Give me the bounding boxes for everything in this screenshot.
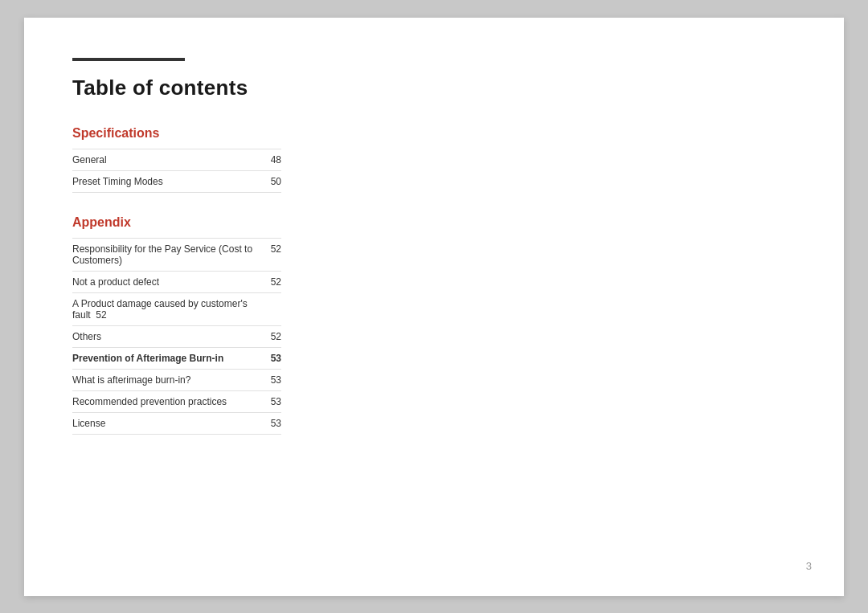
page-title: Table of contents	[72, 76, 796, 100]
toc-label: Others	[72, 325, 257, 347]
toc-label: What is afterimage burn-in?	[72, 369, 257, 390]
table-row: Not a product defect 52	[72, 271, 281, 292]
table-row: Recommended prevention practices 53	[72, 390, 281, 412]
table-row: A Product damage caused by customer's fa…	[72, 292, 281, 325]
toc-page: 52	[257, 325, 281, 347]
toc-page: 53	[257, 390, 281, 412]
table-row: License 53	[72, 412, 281, 434]
table-row: Prevention of Afterimage Burn-in 53	[72, 347, 281, 369]
toc-page: 48	[257, 149, 281, 170]
toc-page: 53	[257, 347, 281, 369]
toc-page: 52	[257, 238, 281, 271]
page-container: Table of contents Specifications General…	[24, 18, 844, 596]
table-row: Responsibility for the Pay Service (Cost…	[72, 238, 281, 271]
toc-label: Prevention of Afterimage Burn-in	[72, 347, 257, 369]
toc-page: 53	[257, 412, 281, 434]
table-row: General 48	[72, 149, 281, 170]
specifications-table: General 48 Preset Timing Modes 50	[72, 149, 281, 193]
toc-label: Preset Timing Modes	[72, 170, 257, 192]
specifications-section: Specifications General 48 Preset Timing …	[72, 126, 281, 193]
appendix-table: Responsibility for the Pay Service (Cost…	[72, 238, 281, 435]
toc-page: 53	[257, 369, 281, 390]
table-row: What is afterimage burn-in? 53	[72, 369, 281, 390]
table-row: Preset Timing Modes 50	[72, 170, 281, 192]
toc-label: Responsibility for the Pay Service (Cost…	[72, 238, 257, 271]
toc-label: Not a product defect	[72, 271, 257, 292]
page-number: 3	[806, 560, 812, 572]
appendix-title: Appendix	[72, 215, 281, 230]
toc-page	[257, 292, 281, 325]
toc-label: A Product damage caused by customer's fa…	[72, 292, 257, 325]
toc-page: 50	[257, 170, 281, 192]
table-row: Others 52	[72, 325, 281, 347]
header-bar	[72, 58, 185, 61]
toc-page: 52	[257, 271, 281, 292]
specifications-title: Specifications	[72, 126, 281, 141]
toc-label: General	[72, 149, 257, 170]
appendix-section: Appendix Responsibility for the Pay Serv…	[72, 215, 281, 435]
toc-label: License	[72, 412, 257, 434]
toc-label: Recommended prevention practices	[72, 390, 257, 412]
